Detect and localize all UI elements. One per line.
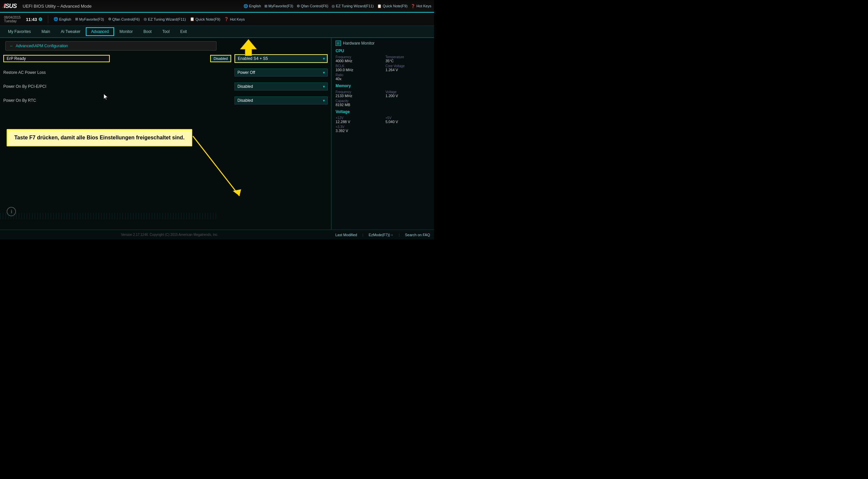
breadcrumb-path: Advanced\APM Configuration	[16, 43, 68, 48]
globe-icon-2: 🌐	[54, 17, 58, 21]
asus-logo: /ISUS	[3, 3, 17, 10]
wizard-icon-2: ◎	[144, 17, 147, 21]
qfan-display[interactable]: ⚙ Qfan Control(F6)	[108, 17, 140, 21]
datetime-bar: 08/04/2015 Tuesday 11:43 ⚙ 🌐 English ⊞ M…	[0, 12, 434, 26]
memory-section-title: Memory	[336, 84, 430, 88]
nav-favorites[interactable]: My Favorites	[3, 27, 36, 36]
voltage-grid: +12V 12.288 V +5V 5.040 V +3.3V 3.392 V	[336, 116, 430, 133]
restore-ac-row: Restore AC Power Loss Power Off Power On…	[3, 67, 328, 78]
restore-ac-control: Power Off Power On Last State	[235, 68, 328, 77]
separator-2: |	[399, 233, 400, 237]
header-icons: 🌐 English ⊞ MyFavorite(F3) ⚙ Qfan Contro…	[243, 4, 431, 8]
globe-icon: 🌐	[243, 4, 248, 8]
breadcrumb[interactable]: ← Advanced\APM Configuration	[5, 41, 217, 51]
nav-main[interactable]: Main	[36, 27, 56, 36]
power-rtc-select[interactable]: Disabled Enabled	[235, 96, 328, 104]
hardware-monitor-panel: ⊟ Hardware Monitor CPU Frequency 4000 MH…	[331, 38, 434, 230]
nav-tool[interactable]: Tool	[157, 27, 175, 36]
power-rtc-label: Power On By RTC	[3, 98, 110, 103]
restore-ac-label: Restore AC Power Loss	[3, 70, 110, 75]
volt-33v-item: +3.3V 3.392 V	[336, 125, 380, 133]
note-icon-2: 📋	[190, 17, 194, 21]
diagonal-arrow	[190, 133, 249, 206]
cpu-ratio-item: Ratio 40x	[336, 73, 380, 81]
svg-line-1	[193, 136, 240, 196]
nav-monitor[interactable]: Monitor	[114, 27, 138, 36]
power-pci-label: Power On By PCI-E/PCI	[3, 84, 110, 89]
quicknote-button[interactable]: 📋 Quick Note(F9)	[377, 4, 408, 8]
divider	[48, 15, 48, 23]
monitor-icon: ⊟	[336, 40, 341, 46]
content-area: ← Advanced\APM Configuration ErP Ready D…	[0, 38, 434, 230]
nav-advanced[interactable]: Advanced	[86, 27, 114, 36]
volt-12v-item: +12V 12.288 V	[336, 116, 380, 124]
eztuning-display[interactable]: ◎ EZ Tuning Wizard(F11)	[144, 17, 186, 21]
info-box: Taste F7 drücken, damit alle Bios Einste…	[7, 129, 192, 146]
voltage-section-title: Voltage	[336, 110, 430, 114]
last-modified-button[interactable]: Last Modified	[335, 233, 357, 237]
grid-icon-2: ⊞	[75, 17, 78, 21]
cpu-temp-item: Temperature 35°C	[385, 55, 430, 63]
mem-volt-item: Voltage 1.200 V	[385, 90, 430, 98]
power-pci-select[interactable]: Disabled Enabled	[235, 83, 328, 90]
fan-icon-2: ⚙	[108, 17, 112, 21]
qfan-button[interactable]: ⚙ Qfan Control(F6)	[297, 4, 329, 8]
ezmode-button[interactable]: EzMode(F7)|→	[369, 233, 394, 237]
erp-disabled-badge: Disabled	[210, 55, 231, 62]
power-rtc-wrapper: Disabled Enabled	[235, 96, 328, 104]
fan-icon: ⚙	[297, 4, 300, 8]
restore-ac-select[interactable]: Power Off Power On Last State	[235, 68, 328, 77]
volt-5v-item: +5V 5.040 V	[385, 116, 430, 124]
nav-aitweaker[interactable]: Ai Tweaker	[56, 27, 86, 36]
myfav-display[interactable]: ⊞ MyFavorite(F3)	[75, 17, 104, 21]
language-display[interactable]: 🌐 English	[54, 17, 71, 21]
hotkeys-button[interactable]: ❓ Hot Keys	[411, 4, 431, 8]
myfavorite-button[interactable]: ⊞ MyFavorite(F3)	[265, 4, 293, 8]
nav-boot[interactable]: Boot	[138, 27, 157, 36]
power-rtc-control: Disabled Enabled	[235, 96, 328, 104]
quicknote-display[interactable]: 📋 Quick Note(F9)	[190, 17, 220, 21]
left-panel: ← Advanced\APM Configuration ErP Ready D…	[0, 38, 331, 230]
eztuning-button[interactable]: ◎ EZ Tuning Wizard(F11)	[332, 4, 374, 8]
cpu-bclk-item: BCLK 100.0 MHz	[336, 64, 380, 72]
cpu-freq-item: Frequency 4000 MHz	[336, 55, 380, 63]
date-display: 08/04/2015 Tuesday	[4, 16, 22, 23]
memory-grid: Frequency 2133 MHz Voltage 1.200 V Capac…	[336, 90, 430, 107]
separator-1: |	[363, 233, 364, 237]
nav-exit[interactable]: Exit	[175, 27, 192, 36]
settings-list: ErP Ready Disabled Enabled S4 + S5 Disab…	[3, 53, 328, 106]
erp-ready-controls: Disabled Enabled S4 + S5 Disabled Enable…	[210, 54, 328, 63]
erp-ready-row: ErP Ready Disabled Enabled S4 + S5 Disab…	[3, 53, 328, 64]
search-faq-button[interactable]: Search on FAQ	[405, 233, 430, 237]
header-title: UEFI BIOS Utility – Advanced Mode	[23, 4, 91, 9]
settings-icon[interactable]: ⚙	[38, 17, 42, 22]
note-icon: 📋	[377, 4, 382, 8]
info-box-container: Taste F7 drücken, damit alle Bios Einste…	[7, 119, 328, 146]
erp-ready-label: ErP Ready	[3, 55, 110, 62]
info-box-text: Taste F7 drücken, damit alle Bios Einste…	[14, 135, 185, 140]
version-text: Version 2.17.1246. Copyright (C) 2015 Am…	[4, 233, 335, 237]
power-pci-row: Power On By PCI-E/PCI Disabled Enabled	[3, 81, 328, 92]
header-bar: /ISUS UEFI BIOS Utility – Advanced Mode …	[0, 0, 434, 12]
help-icon-2: ❓	[224, 17, 229, 21]
hardware-monitor-title: ⊟ Hardware Monitor	[336, 40, 430, 46]
hotkeys-display[interactable]: ❓ Hot Keys	[224, 17, 245, 21]
grid-icon: ⊞	[265, 4, 268, 8]
wizard-icon: ◎	[332, 4, 335, 8]
back-arrow-icon[interactable]: ←	[10, 43, 13, 48]
cpu-grid: Frequency 4000 MHz Temperature 35°C BCLK…	[336, 55, 430, 81]
mem-freq-item: Frequency 2133 MHz	[336, 90, 380, 98]
help-icon: ❓	[411, 4, 415, 8]
bottom-bar: Version 2.17.1246. Copyright (C) 2015 Am…	[0, 230, 434, 239]
mem-cap-item: Capacity 8192 MB	[336, 99, 380, 107]
nav-bar: My Favorites Main Ai Tweaker Advanced Mo…	[0, 26, 434, 38]
time-display: 11:43 ⚙	[26, 17, 42, 22]
language-button[interactable]: 🌐 English	[243, 4, 261, 8]
power-rtc-row: Power On By RTC Disabled Enabled	[3, 95, 328, 106]
power-pci-wrapper: Disabled Enabled	[235, 83, 328, 90]
restore-ac-wrapper: Power Off Power On Last State	[235, 68, 328, 77]
cpu-section-title: CPU	[336, 49, 430, 53]
bottom-right-actions: Last Modified | EzMode(F7)|→ | Search on…	[335, 233, 430, 237]
power-pci-control: Disabled Enabled	[235, 83, 328, 90]
yellow-up-arrow	[240, 39, 257, 56]
